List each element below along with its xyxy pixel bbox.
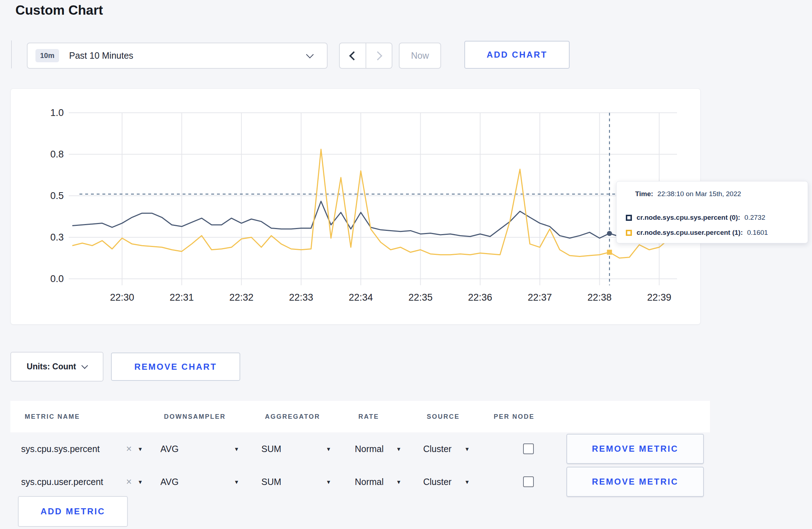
tooltip-time-label: Time:	[635, 190, 653, 198]
metric-row: sys.cpu.user.percent × ▼ AVG ▼ SUM ▼ Nor…	[10, 465, 710, 498]
svg-text:1.0: 1.0	[50, 107, 64, 118]
caret-down-icon: ▼	[234, 446, 239, 452]
units-dropdown[interactable]: Units: Count	[10, 352, 103, 382]
time-series-chart[interactable]: 0.00.30.50.81.022:3022:3122:3222:3322:34…	[11, 89, 700, 324]
metric-name-value: sys.cpu.user.percent	[21, 477, 103, 487]
tooltip-series-label: cr.node.sys.cpu.sys.percent (0):	[637, 214, 740, 222]
svg-text:22:33: 22:33	[289, 292, 313, 303]
hover-point-marker	[607, 231, 612, 236]
time-range-dropdown[interactable]: 10m Past 10 Minutes	[27, 43, 328, 69]
units-label: Units: Count	[27, 362, 76, 372]
downsampler-select[interactable]: AVG ▼	[160, 444, 239, 454]
svg-text:22:31: 22:31	[170, 292, 194, 303]
chevron-down-icon	[82, 362, 88, 369]
column-header: DOWNSAMPLER	[160, 413, 261, 421]
source-select[interactable]: Cluster ▼	[423, 444, 470, 454]
aggregator-select[interactable]: SUM ▼	[261, 444, 331, 454]
now-button[interactable]: Now	[399, 43, 441, 69]
next-time-button[interactable]	[366, 43, 392, 68]
aggregator-select[interactable]: SUM ▼	[261, 477, 331, 487]
series-line-0	[72, 201, 669, 238]
svg-text:22:35: 22:35	[409, 292, 433, 303]
svg-text:22:34: 22:34	[349, 292, 373, 303]
caret-down-icon: ▼	[137, 446, 143, 452]
custom-chart-page: Custom Chart 10m Past 10 Minutes Now ADD…	[0, 0, 812, 529]
remove-metric-button[interactable]: REMOVE METRIC	[566, 434, 704, 464]
metric-row: sys.cpu.sys.percent × ▼ AVG ▼ SUM ▼ Norm…	[10, 432, 710, 465]
hover-point-marker	[607, 250, 612, 255]
svg-text:22:36: 22:36	[468, 292, 492, 303]
caret-down-icon: ▼	[326, 446, 331, 452]
column-header: METRIC NAME	[21, 413, 160, 421]
prev-time-button[interactable]	[340, 43, 366, 68]
metric-name-select[interactable]: sys.cpu.user.percent × ▼	[21, 477, 143, 487]
svg-text:0.8: 0.8	[50, 149, 64, 160]
column-header: AGGREGATOR	[261, 413, 355, 421]
chart-card: 0.00.30.50.81.022:3022:3122:3222:3322:34…	[10, 88, 701, 325]
metrics-table-header: METRIC NAMEDOWNSAMPLERAGGREGATORRATESOUR…	[10, 401, 710, 432]
series-line-1	[72, 149, 669, 258]
chevron-down-icon	[306, 51, 314, 58]
svg-text:0.0: 0.0	[50, 273, 64, 284]
chart-tooltip: Time: 22:38:10 on Mar 15th, 2022 cr.node…	[616, 181, 808, 243]
add-metric-button[interactable]: ADD METRIC	[18, 496, 128, 527]
svg-text:22:32: 22:32	[229, 292, 254, 303]
svg-text:22:30: 22:30	[110, 292, 134, 303]
tooltip-time-row: Time: 22:38:10 on Mar 15th, 2022	[626, 190, 798, 198]
caret-down-icon: ▼	[396, 479, 401, 485]
chart-gridlines	[69, 113, 677, 285]
svg-text:22:37: 22:37	[528, 292, 552, 303]
legend-swatch-icon	[626, 215, 632, 221]
svg-text:22:39: 22:39	[647, 292, 671, 303]
time-range-badge: 10m	[35, 49, 59, 62]
add-chart-button[interactable]: ADD CHART	[464, 41, 570, 69]
column-header: RATE	[355, 413, 423, 421]
svg-text:0.3: 0.3	[50, 232, 64, 243]
metrics-table-rows: sys.cpu.sys.percent × ▼ AVG ▼ SUM ▼ Norm…	[10, 432, 710, 498]
metric-name-select[interactable]: sys.cpu.sys.percent × ▼	[21, 444, 143, 454]
chevron-right-icon	[373, 51, 382, 60]
caret-down-icon: ▼	[326, 479, 331, 485]
caret-down-icon: ▼	[464, 446, 470, 452]
rate-select[interactable]: Normal ▼	[355, 477, 401, 487]
caret-down-icon: ▼	[396, 446, 401, 452]
legend-swatch-icon	[626, 230, 632, 236]
rate-select[interactable]: Normal ▼	[355, 444, 401, 454]
chart-svg: 0.00.30.50.81.022:3022:3122:3222:3322:34…	[11, 89, 700, 324]
downsampler-select[interactable]: AVG ▼	[160, 477, 239, 487]
metric-name-value: sys.cpu.sys.percent	[21, 444, 100, 454]
tooltip-series-row: cr.node.sys.cpu.user.percent (1):0.1601	[626, 229, 798, 237]
column-header: SOURCE	[423, 413, 490, 421]
per-node-checkbox[interactable]	[523, 476, 534, 487]
tooltip-time-value: 22:38:10 on Mar 15th, 2022	[657, 190, 741, 198]
tooltip-series-value: 0.2732	[744, 214, 765, 222]
caret-down-icon: ▼	[234, 479, 239, 485]
caret-down-icon: ▼	[464, 479, 470, 485]
remove-metric-button[interactable]: REMOVE METRIC	[566, 467, 704, 497]
svg-text:22:38: 22:38	[588, 292, 612, 303]
chart-crosshair	[79, 113, 677, 285]
per-node-checkbox[interactable]	[523, 443, 534, 454]
time-nav-group	[339, 43, 392, 69]
metrics-table: METRIC NAMEDOWNSAMPLERAGGREGATORRATESOUR…	[10, 401, 710, 529]
caret-down-icon: ▼	[137, 479, 143, 485]
column-header: PER NODE	[490, 413, 566, 421]
clear-metric-icon[interactable]: ×	[126, 444, 132, 454]
clear-metric-icon[interactable]: ×	[126, 477, 132, 487]
tooltip-series-value: 0.1601	[747, 229, 768, 237]
page-title: Custom Chart	[15, 3, 103, 18]
tooltip-legend: cr.node.sys.cpu.sys.percent (0):0.2732cr…	[626, 214, 798, 237]
remove-chart-button[interactable]: REMOVE CHART	[111, 353, 240, 381]
source-select[interactable]: Cluster ▼	[423, 477, 470, 487]
chevron-left-icon	[349, 51, 358, 60]
tooltip-series-label: cr.node.sys.cpu.user.percent (1):	[637, 229, 743, 237]
svg-text:0.5: 0.5	[50, 190, 64, 201]
divider	[11, 40, 12, 68]
time-range-label: Past 10 Minutes	[69, 50, 133, 61]
tooltip-series-row: cr.node.sys.cpu.sys.percent (0):0.2732	[626, 214, 798, 222]
